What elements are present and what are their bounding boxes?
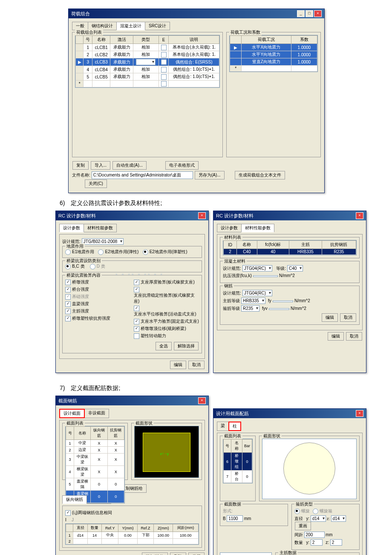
e1-radio[interactable]	[65, 249, 71, 255]
deselall-button[interactable]: 解除选择	[174, 342, 199, 350]
close-icon[interactable]: ×	[356, 212, 363, 219]
import-button[interactable]: 导入...	[91, 161, 110, 170]
d-radio[interactable]	[90, 264, 95, 269]
selall-button[interactable]: 全选	[156, 342, 172, 350]
autogen-button[interactable]: 自动生成(A)...	[112, 161, 147, 170]
cancel-button[interactable]: 取消	[188, 361, 205, 369]
main-dropdown[interactable]: HRB335	[241, 298, 265, 304]
close-icon[interactable]: ×	[198, 212, 206, 219]
close-icon[interactable]: ×	[198, 397, 206, 404]
filepath-input[interactable]: C:\Documents and Settings\Administrator\…	[92, 171, 193, 179]
tab-params2[interactable]: 设计参数	[217, 224, 242, 232]
genfile-button[interactable]: 生成荷载组合文本文件	[235, 171, 285, 179]
close-button[interactable]: 关闭(C)	[85, 179, 107, 188]
section-grid[interactable]: 号名称纵向钢筋抗剪钢筋 1中梁XX 2边梁XX 3中梁纵梁XX 4横梁纵梁XX …	[65, 426, 125, 503]
code-dropdown[interactable]: JTG/B02-01-2008	[82, 238, 124, 245]
rebar-grid[interactable]: 直径数量Ref.YY(mm)Ref.ZZ(mm)间距(mm) 1d1414中央0…	[65, 523, 199, 545]
edit3-button[interactable]: 编辑	[328, 332, 344, 341]
tab-material2[interactable]: 材料性能参数	[241, 224, 274, 232]
copy-button[interactable]: 复制	[72, 161, 89, 170]
dialog3-title: RC 设计参数/材料	[216, 213, 254, 219]
tab-column[interactable]: 柱	[228, 422, 241, 431]
group-loadcombo: 荷载组合列表	[75, 29, 103, 35]
stir-dropdown[interactable]: R235	[241, 305, 259, 312]
tab-beam[interactable]: 梁	[217, 422, 229, 431]
section-preview: z↑→y	[134, 426, 199, 478]
redraw-button[interactable]: 重画	[295, 522, 311, 530]
close4-button[interactable]: 关闭	[188, 552, 205, 555]
filepath-label: 文件名称:	[72, 172, 90, 178]
tab-design-section[interactable]: 设计截面	[59, 409, 85, 418]
close-icon[interactable]: ×	[314, 10, 322, 17]
e2p-radio[interactable]	[143, 249, 148, 255]
section7-title: 7) 定义截面配筋数据;	[60, 384, 366, 392]
b-input[interactable]: 1100	[227, 515, 243, 522]
tab-general[interactable]: 一般	[72, 22, 88, 30]
minimize-icon[interactable]: _	[297, 10, 305, 17]
tab-params[interactable]: 设计参数	[59, 224, 84, 232]
tab-steel[interactable]: 钢结构设计	[88, 22, 117, 30]
loadcombo-grid[interactable]: 号名称激活类型E说明 1cLCB1承载能力相加基本组合(永久荷载): 1. 2c…	[75, 35, 220, 88]
edit2-button[interactable]: 编辑	[322, 313, 338, 322]
edit-button[interactable]: 编辑	[170, 361, 186, 369]
bc-radio[interactable]	[65, 264, 71, 269]
cancel2-button[interactable]: 取消	[340, 313, 356, 322]
maximize-icon[interactable]: □	[306, 10, 313, 17]
section6-title: 6) 定义公路抗震设计参数及材料特性;	[60, 199, 366, 207]
section5-grid[interactable]: 号名称Bar 6桥墩组0 7桥台0	[223, 439, 253, 483]
steel-code-dropdown[interactable]: JTG04(RC)	[242, 290, 272, 296]
material-grid[interactable]: ID名称fc(fck)标主筋抗剪钢筋 2C4040HRB335R235	[223, 240, 357, 255]
close-icon[interactable]: ×	[356, 410, 363, 417]
loadcase-grid[interactable]: 荷载工况系数 ▶水平X向地震力1.0000 水平Y向地震力1.0000 竖直Z向…	[229, 35, 318, 72]
dialog5-title: 设计用截面配筋	[216, 410, 249, 417]
pos-preview: pos1	[220, 552, 272, 555]
tab-long-rebar[interactable]: 纵向钢筋	[62, 495, 87, 504]
tab-nondesign[interactable]: 非设截面	[84, 409, 109, 418]
tab-src[interactable]: SRC设计	[145, 22, 170, 30]
tab-concrete[interactable]: 混凝土设计	[116, 22, 145, 30]
tab-material[interactable]: 材料性能参数	[84, 224, 117, 232]
grade-dropdown[interactable]: C40	[287, 265, 303, 272]
cancel3-button[interactable]: 取消	[346, 332, 362, 341]
dialog4-title: 截面钢筋	[58, 398, 77, 404]
conc-code-dropdown[interactable]: JTG04(RC)	[242, 265, 272, 272]
group-loadcase: 荷载工况和系数	[229, 29, 262, 35]
dialog1-title: 荷载组合	[71, 11, 90, 17]
saveas-button[interactable]: 另存为(A)...	[195, 171, 225, 179]
addrep-button[interactable]: 添加/替换	[142, 552, 168, 555]
dialog2-title: RC 设计参数/材料	[58, 213, 96, 219]
e2e-radio[interactable]	[98, 249, 104, 255]
spreadsheet-button[interactable]: 电子表格形式	[165, 161, 199, 170]
circle-preview	[262, 439, 357, 499]
del-button[interactable]: 删除	[170, 552, 186, 555]
